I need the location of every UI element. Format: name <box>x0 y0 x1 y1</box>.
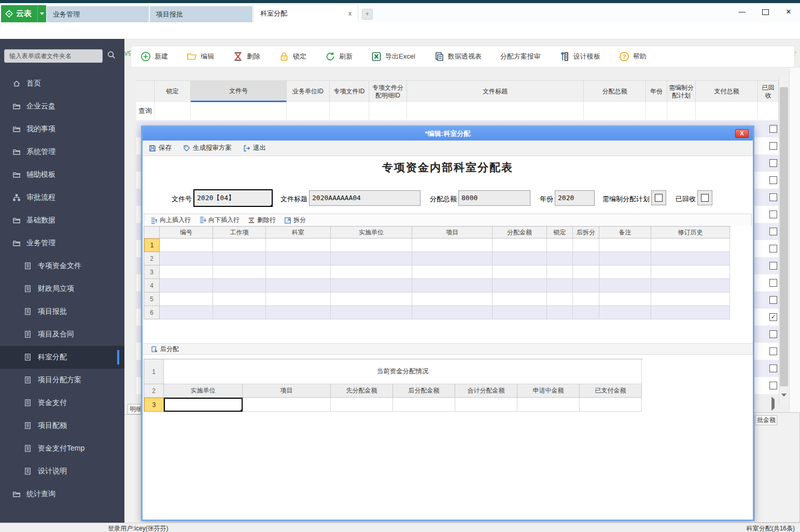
post-cell[interactable] <box>243 398 331 412</box>
recycled-row-checkbox[interactable] <box>769 296 777 304</box>
post-allocation-tab[interactable]: 后分配 <box>160 345 179 354</box>
grid-toolbar-button-2[interactable]: 删除行 <box>248 216 276 225</box>
alloc-cell[interactable] <box>160 292 213 306</box>
alloc-cell[interactable] <box>651 265 730 279</box>
post-cell[interactable] <box>331 398 393 412</box>
post-row-number[interactable]: 2 <box>144 384 164 398</box>
alloc-cell[interactable] <box>651 239 730 252</box>
sidebar-item-8[interactable]: 专项资金文件 <box>0 258 124 274</box>
alloc-cell[interactable] <box>573 279 599 292</box>
alloc-cell[interactable] <box>493 279 547 292</box>
post-column-header-2[interactable]: 先分配金额 <box>331 384 393 398</box>
alloc-cell[interactable] <box>599 306 651 319</box>
alloc-cell[interactable] <box>493 306 547 319</box>
cell-fill-handle[interactable] <box>271 205 273 207</box>
post-column-header-3[interactable]: 后分配金额 <box>393 384 455 398</box>
alloc-column-header-4[interactable]: 项目 <box>412 227 493 239</box>
alloc-cell[interactable] <box>547 306 573 319</box>
scroll-down-icon[interactable] <box>781 397 787 406</box>
alloc-cell[interactable] <box>547 292 573 306</box>
alloc-row-number[interactable]: 6 <box>144 306 160 319</box>
toolbar-button-0[interactable]: 新建 <box>141 51 168 62</box>
sidebar-item-14[interactable]: 资金支付 <box>0 395 124 411</box>
alloc-row-number[interactable]: 4 <box>144 279 160 292</box>
post-column-header-4[interactable]: 合计分配金额 <box>455 384 517 398</box>
bg-column-header-5[interactable]: 专项文件分配明细ID <box>369 81 407 103</box>
alloc-column-header-5[interactable]: 分配金额 <box>493 227 547 239</box>
new-tab-button[interactable]: + <box>362 9 373 20</box>
recycled-row-checkbox[interactable] <box>769 245 777 253</box>
grid-toolbar-button-0[interactable]: 向上插入行 <box>150 216 191 225</box>
sidebar-item-16[interactable]: 资金支付Temp <box>0 441 124 456</box>
sidebar-item-1[interactable]: 企业云盘 <box>0 99 124 114</box>
recycled-row-checkbox[interactable] <box>769 193 777 201</box>
alloc-cell[interactable] <box>266 265 331 279</box>
query-filter-cell-9[interactable] <box>667 102 696 119</box>
recycled-row-checkbox[interactable] <box>769 262 777 270</box>
alloc-cell[interactable] <box>573 292 599 306</box>
recycled-row-checkbox[interactable] <box>769 279 777 287</box>
query-filter-cell-4[interactable] <box>330 102 369 119</box>
query-filter-cell-2[interactable] <box>191 102 287 119</box>
alloc-column-header-8[interactable]: 备注 <box>599 227 651 239</box>
post-row-number[interactable]: 1 <box>144 359 164 384</box>
alloc-cell[interactable] <box>160 265 213 279</box>
toolbar-button-1[interactable]: 编辑 <box>187 51 214 62</box>
alloc-cell[interactable] <box>493 265 547 279</box>
alloc-cell[interactable] <box>266 292 331 306</box>
sidebar-item-12[interactable]: 科室分配 <box>0 346 124 369</box>
alloc-cell[interactable] <box>412 306 493 319</box>
alloc-cell[interactable] <box>331 292 412 306</box>
alloc-cell[interactable] <box>160 306 213 319</box>
dialog-close-button[interactable]: X <box>735 129 749 138</box>
alloc-cell[interactable] <box>493 239 547 252</box>
query-filter-cell-8[interactable] <box>646 102 667 119</box>
grid-toolbar-button-3[interactable]: 拆分 <box>284 216 306 225</box>
recycled-row-checkbox[interactable] <box>769 228 777 235</box>
app-logo-button[interactable]: 云表 <box>1 5 37 22</box>
sidebar-item-13[interactable]: 项目分配方案 <box>0 372 124 388</box>
recycled-row-checkbox[interactable] <box>769 382 777 389</box>
alloc-cell[interactable] <box>547 252 573 265</box>
post-column-header-5[interactable]: 申请中金额 <box>517 384 580 398</box>
tab-close-icon[interactable]: x <box>333 10 352 17</box>
alloc-cell[interactable] <box>599 252 651 265</box>
sidebar-search-input[interactable]: 输入表单或者文件夹名 <box>4 49 103 63</box>
alloc-cell[interactable] <box>573 239 599 252</box>
alloc-cell[interactable] <box>599 239 651 252</box>
scroll-right-icon[interactable] <box>771 399 775 409</box>
alloc-column-header-9[interactable]: 修订历史 <box>651 227 730 239</box>
alloc-cell[interactable] <box>160 239 213 252</box>
alloc-cell[interactable] <box>412 292 493 306</box>
alloc-cell[interactable] <box>160 279 213 292</box>
alloc-cell[interactable] <box>599 292 651 306</box>
alloc-cell[interactable] <box>213 306 266 319</box>
bg-column-header-2[interactable]: 文件号 <box>191 81 287 103</box>
recycled-row-checkbox[interactable] <box>769 365 777 372</box>
sidebar-item-9[interactable]: 财政局立项 <box>0 281 124 297</box>
alloc-cell[interactable] <box>213 279 266 292</box>
alloc-row-number[interactable]: 3 <box>144 265 160 279</box>
recycled-row-checkbox[interactable]: ✓ <box>769 313 777 321</box>
bg-column-header-11[interactable]: 已回收 <box>758 81 779 103</box>
file-title-input[interactable]: 2020AAAAAA04 <box>309 190 420 206</box>
alloc-cell[interactable] <box>331 239 412 252</box>
dialog-toolbar-button-2[interactable]: 退出 <box>243 144 266 152</box>
query-filter-cell-5[interactable] <box>369 102 407 119</box>
total-amount-input[interactable]: 8000 <box>458 190 530 206</box>
alloc-cell[interactable] <box>412 239 493 252</box>
recycled-row-checkbox[interactable] <box>769 142 777 150</box>
post-row-number[interactable]: 3 <box>144 398 164 412</box>
file-no-input[interactable]: 2020【04】 <box>193 189 273 207</box>
alloc-cell[interactable] <box>412 279 493 292</box>
alloc-cell[interactable] <box>547 265 573 279</box>
alloc-column-header-3[interactable]: 实施单位 <box>331 227 412 239</box>
tab-department-allocation[interactable]: 科室分配 x <box>254 4 358 22</box>
alloc-cell[interactable] <box>493 292 547 306</box>
alloc-column-header-1[interactable]: 工作项 <box>213 227 266 239</box>
post-cell[interactable] <box>393 398 455 412</box>
recycled-checkbox[interactable] <box>697 190 712 205</box>
bg-column-header-7[interactable]: 分配总额 <box>584 81 646 103</box>
recycled-row-checkbox[interactable] <box>769 347 777 355</box>
sidebar-item-3[interactable]: 系统管理 <box>0 144 124 160</box>
